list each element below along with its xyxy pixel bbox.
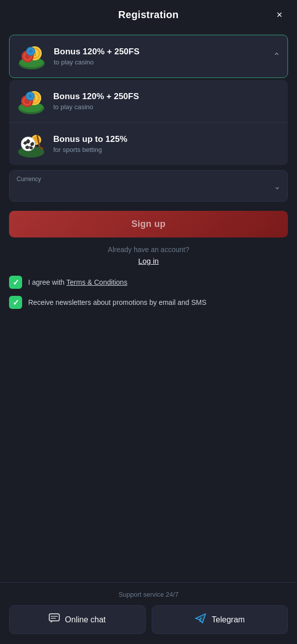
chevron-up-icon: ⌃ [273, 51, 280, 62]
selected-bonus-text: Bonus 120% + 250FS to play casino [54, 47, 268, 66]
selected-bonus-card[interactable]: $ Bonus 120% + 250FS to play casino [9, 35, 288, 78]
signup-button[interactable]: Sign up [9, 211, 288, 237]
selected-bonus-subtitle: to play casino [54, 58, 268, 66]
currency-group: Currency USD EUR BTC ETH ⌄ [9, 170, 288, 202]
support-text: Support service 24/7 [9, 591, 288, 598]
checkmark-icon-2: ✓ [13, 298, 19, 307]
registration-modal: Registration × $ [0, 0, 297, 644]
bonus-option-sports-subtitle: for sports betting [53, 146, 281, 153]
footer-buttons: Online chat Telegram [9, 605, 288, 634]
bonus-option-casino[interactable]: $ Bonus 120% + 250FS to play casino [9, 80, 288, 123]
bonus-option-sports-title: Bonus up to 125% [53, 134, 281, 144]
chat-icon [49, 613, 60, 626]
svg-point-11 [29, 49, 33, 53]
svg-rect-31 [49, 614, 59, 621]
telegram-label: Telegram [212, 615, 245, 624]
checkbox-section: ✓ I agree with Terms & Conditions ✓ Rece… [9, 276, 288, 309]
online-chat-button[interactable]: Online chat [9, 605, 146, 634]
bonus-dropdown-menu: $ Bonus 120% + 250FS to play casino [9, 80, 288, 165]
close-button[interactable]: × [272, 8, 287, 23]
checkmark-icon: ✓ [13, 278, 19, 287]
bonus-option-sports-text: Bonus up to 125% for sports betting [53, 134, 281, 153]
bonus-option-casino-subtitle: to play casino [53, 103, 281, 111]
telegram-button[interactable]: Telegram [152, 605, 288, 634]
bonus-option-sports[interactable]: Bonus up to 125% for sports betting [9, 123, 288, 165]
selected-bonus-title: Bonus 120% + 250FS [54, 47, 268, 57]
terms-checkbox[interactable]: ✓ [9, 276, 22, 289]
login-link[interactable]: Log in [138, 257, 159, 265]
newsletter-label: Receive newsletters about promotions by … [28, 296, 207, 308]
login-section: Already have an account? Log in [9, 246, 288, 266]
casino-chips-icon: $ [17, 41, 47, 71]
newsletter-checkbox[interactable]: ✓ [9, 296, 22, 309]
bonus-dropdown: $ Bonus 120% + 250FS to play casino [9, 35, 288, 165]
newsletter-checkbox-item: ✓ Receive newsletters about promotions b… [9, 296, 288, 309]
modal-header: Registration × [0, 0, 297, 30]
telegram-icon [194, 613, 207, 626]
modal-title: Registration [118, 9, 178, 21]
terms-link[interactable]: Terms & Conditions [66, 278, 127, 286]
sports-option-icon [16, 129, 46, 159]
svg-point-23 [28, 94, 32, 98]
terms-label: I agree with Terms & Conditions [28, 276, 127, 288]
currency-wrapper: Currency USD EUR BTC ETH ⌄ [9, 170, 288, 202]
login-prompt: Already have an account? [9, 246, 288, 254]
modal-body: $ Bonus 120% + 250FS to play casino [0, 30, 297, 582]
bonus-option-casino-title: Bonus 120% + 250FS [53, 92, 281, 102]
bonus-option-casino-text: Bonus 120% + 250FS to play casino [53, 92, 281, 111]
chat-label: Online chat [65, 615, 106, 624]
terms-checkbox-item: ✓ I agree with Terms & Conditions [9, 276, 288, 289]
casino-option-icon: $ [16, 86, 46, 116]
currency-label: Currency [17, 176, 41, 183]
currency-select[interactable]: USD EUR BTC ETH [10, 171, 287, 201]
footer: Support service 24/7 Online chat [0, 582, 297, 644]
